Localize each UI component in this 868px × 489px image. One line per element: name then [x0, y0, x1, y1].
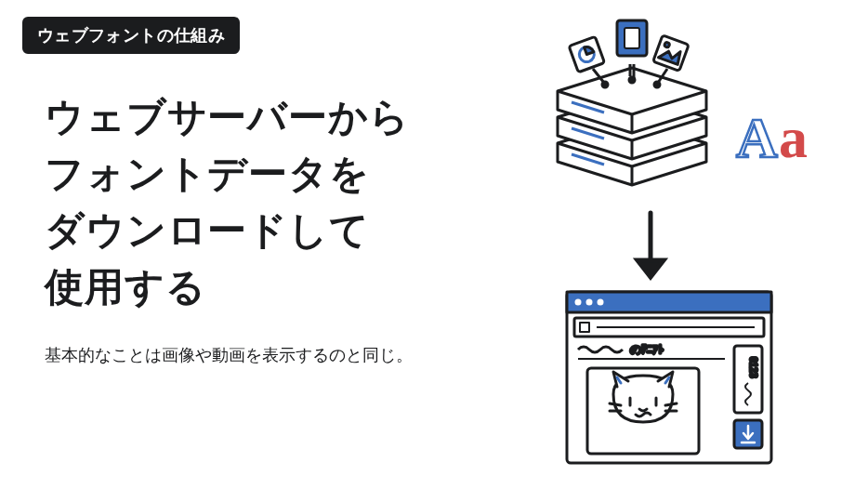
title-line: ダウンロードして: [45, 203, 410, 259]
svg-point-11: [602, 82, 608, 87]
svg-point-13: [664, 42, 670, 47]
svg-text:a: a: [779, 106, 808, 169]
title-line: 使用する: [45, 259, 410, 316]
svg-rect-4: [625, 28, 639, 48]
slide-title: ウェブサーバーから フォントデータを ダウンロードして 使用する: [45, 89, 410, 316]
svg-text:0123: 0123: [748, 357, 758, 378]
svg-point-22: [586, 299, 593, 306]
svg-rect-36: [734, 346, 762, 413]
title-line: フォントデータを: [45, 146, 410, 203]
svg-point-21: [575, 299, 582, 306]
svg-line-32: [610, 403, 621, 405]
download-arrow-icon: [638, 213, 664, 277]
svg-text:A: A: [736, 106, 778, 169]
diagram-illustration: A a のﾃﾆｱﾄ: [520, 13, 836, 478]
server-icon: [558, 20, 706, 185]
svg-text:のﾃﾆｱﾄ: のﾃﾆｱﾄ: [630, 343, 664, 356]
svg-point-23: [598, 299, 604, 306]
svg-point-7: [629, 77, 635, 83]
aa-glyph-icon: A a: [736, 106, 808, 169]
svg-line-34: [665, 403, 677, 405]
browser-icon: のﾃﾆｱﾄ 0123: [567, 292, 771, 463]
title-line: ウェブサーバーから: [45, 89, 410, 146]
diagram-svg: A a のﾃﾆｱﾄ: [520, 13, 836, 478]
slide-subtitle: 基本的なことは画像や動画を表示するのと同じ。: [45, 344, 413, 366]
svg-point-15: [654, 82, 660, 87]
category-badge: ウェブフォントの仕組み: [22, 17, 240, 54]
